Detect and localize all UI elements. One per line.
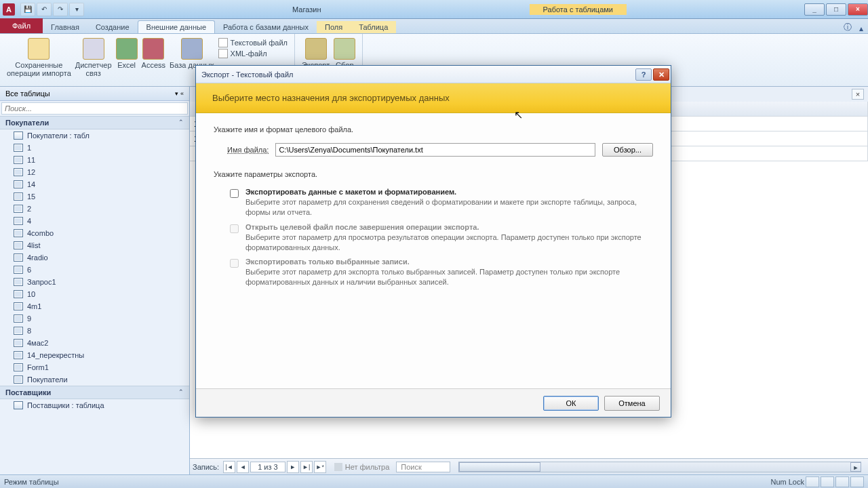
scroll-right-button[interactable]: ► <box>850 462 861 472</box>
navpane-item[interactable]: 14_перекрестны <box>0 349 189 361</box>
navpane-item[interactable]: 4m1 <box>0 300 189 312</box>
close-document-button[interactable]: × <box>852 89 864 100</box>
navpane-item[interactable]: 4combo <box>0 227 189 239</box>
query-icon <box>14 314 23 323</box>
import-excel-button[interactable]: Excel <box>116 35 138 77</box>
navpane-item[interactable]: Покупатели <box>0 373 189 386</box>
ribbon-help-icon[interactable]: ⓘ <box>841 22 854 33</box>
import-xml-file-button[interactable]: XML-файл <box>218 49 288 58</box>
quick-access-toolbar: 💾 ↶ ↷ ▾ <box>20 3 84 16</box>
navpane-item-label: Form1 <box>27 363 49 371</box>
navpane-item[interactable]: Запрос1 <box>0 276 189 288</box>
navpane-item[interactable]: Form1 <box>0 361 189 373</box>
navpane-item[interactable]: 14 <box>0 178 189 190</box>
filename-input[interactable] <box>275 143 595 157</box>
record-position[interactable]: 1 из 3 <box>250 462 285 472</box>
navpane-item-label: 2 <box>27 205 31 213</box>
navpane-item[interactable]: 15 <box>0 190 189 203</box>
table-icon <box>14 131 23 140</box>
navpane-item[interactable]: 4мас2 <box>0 337 189 349</box>
navpane-item[interactable]: 11 <box>0 154 189 166</box>
saved-imports-button[interactable]: Сохраненныеоперации импорта <box>7 35 71 77</box>
dialog-instruction-2: Укажите параметры экспорта. <box>214 170 653 178</box>
qat-customize-icon[interactable]: ▾ <box>69 3 84 16</box>
navpane-item[interactable]: 12 <box>0 166 189 178</box>
filename-label: Имя файла: <box>227 146 269 154</box>
query-icon <box>14 302 23 310</box>
navpane-item[interactable]: 8 <box>0 325 189 337</box>
chevron-down-icon: ▾ « <box>175 90 184 97</box>
navpane-item[interactable]: 10 <box>0 288 189 300</box>
table-icon <box>14 401 23 409</box>
status-numlock: Num Lock <box>770 478 804 486</box>
navpane-item[interactable]: 4radio <box>0 251 189 264</box>
tab-table[interactable]: Таблица <box>351 21 396 33</box>
navpane-group-suppliers[interactable]: Поставщики⌃ <box>0 386 189 399</box>
prev-record-button[interactable]: ◄ <box>237 461 249 473</box>
qat-save-icon[interactable]: 💾 <box>20 3 35 16</box>
navpane-item[interactable]: 4 <box>0 215 189 227</box>
export-selected-only-checkbox[interactable] <box>230 259 239 268</box>
browse-button[interactable]: Обзор... <box>602 143 653 157</box>
navpane-header[interactable]: Все таблицы▾ « <box>0 87 189 101</box>
tab-dbtools[interactable]: Работа с базами данных <box>215 21 317 33</box>
navpane-item[interactable]: 1 <box>0 142 189 154</box>
qat-undo-icon[interactable]: ↶ <box>37 3 52 16</box>
navpane-item-label: 11 <box>27 156 35 164</box>
view-layout-button[interactable] <box>850 476 864 487</box>
tab-fields[interactable]: Поля <box>317 21 351 33</box>
export-with-formatting-checkbox[interactable] <box>230 189 239 198</box>
last-record-button[interactable]: ►| <box>300 461 313 473</box>
navpane-item[interactable]: 2 <box>0 203 189 215</box>
navpane-item[interactable]: 6 <box>0 264 189 276</box>
chevron-up-icon: ⌃ <box>178 388 184 396</box>
linked-table-manager-button[interactable]: Диспетчерсвяз <box>75 35 112 77</box>
search-input[interactable] <box>1 102 188 115</box>
cancel-button[interactable]: Отмена <box>604 396 660 411</box>
import-access-button[interactable]: Access <box>142 35 165 77</box>
open-after-export-checkbox[interactable] <box>230 224 239 233</box>
filter-indicator[interactable]: Нет фильтра <box>334 463 390 471</box>
navpane-item-list: Покупатели : табл111121415244combo4list4… <box>0 129 189 386</box>
horizontal-scrollbar[interactable]: ◄ ► <box>458 462 861 472</box>
tab-create[interactable]: Создание <box>87 21 138 33</box>
export-button[interactable]: Экспорт <box>302 35 330 69</box>
navpane-item[interactable]: 9 <box>0 312 189 325</box>
maximize-button[interactable]: □ <box>826 3 846 16</box>
navpane-item[interactable]: Покупатели : табл <box>0 129 189 142</box>
option-2-desc: Выберите этот параметр для просмотра рез… <box>245 232 653 253</box>
navpane-group-buyers[interactable]: Покупатели⌃ <box>0 116 189 129</box>
scrollbar-thumb[interactable] <box>459 462 540 472</box>
navpane-item[interactable]: Поставщики : таблица <box>0 399 189 411</box>
new-record-button[interactable]: ►* <box>314 461 326 473</box>
dialog-titlebar[interactable]: Экспорт - Текстовый файл ? ✕ <box>196 66 671 83</box>
option-3-title: Экспортировать только выбранные записи. <box>245 258 653 266</box>
view-datasheet-button[interactable] <box>806 476 819 487</box>
first-record-button[interactable]: |◄ <box>223 461 235 473</box>
query-icon <box>14 180 23 188</box>
qat-redo-icon[interactable]: ↷ <box>53 3 68 16</box>
dialog-body: Укажите имя и формат целевого файла. Имя… <box>196 113 671 388</box>
minimize-button[interactable]: _ <box>804 3 825 16</box>
view-design-button[interactable] <box>821 476 834 487</box>
tab-home[interactable]: Главная <box>43 21 87 33</box>
text-file-icon <box>218 38 228 47</box>
query-icon <box>14 241 23 249</box>
dialog-close-button[interactable]: ✕ <box>653 68 669 81</box>
close-button[interactable]: × <box>848 3 868 16</box>
ribbon-minimize-icon[interactable]: ▴ <box>854 24 868 33</box>
navpane-item-label: 10 <box>27 290 35 298</box>
view-sql-button[interactable] <box>835 476 849 487</box>
dialog-help-button[interactable]: ? <box>635 68 652 81</box>
tab-external-data[interactable]: Внешние данные <box>138 20 215 33</box>
dialog-instruction-1: Укажите имя и формат целевого файла. <box>214 125 653 134</box>
next-record-button[interactable]: ► <box>287 461 299 473</box>
navpane-item-label: 15 <box>27 192 35 201</box>
ok-button[interactable]: ОК <box>543 396 599 411</box>
navpane-item-label: 4radio <box>27 253 48 262</box>
record-search-input[interactable]: Поиск <box>396 462 450 472</box>
collect-button[interactable]: Сбор <box>334 35 355 69</box>
navpane-item[interactable]: 4list <box>0 239 189 251</box>
import-text-file-button[interactable]: Текстовый файл <box>218 38 288 47</box>
tab-file[interactable]: Файл <box>0 18 43 33</box>
